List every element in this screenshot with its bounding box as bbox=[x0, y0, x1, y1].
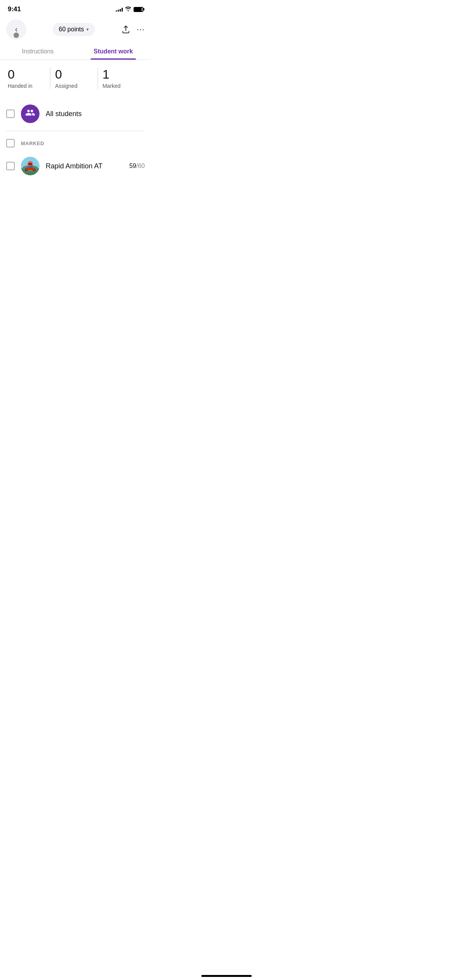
chevron-down-icon: ▾ bbox=[86, 27, 89, 32]
status-time: 9:41 bbox=[8, 5, 21, 13]
more-button[interactable]: ··· bbox=[137, 24, 145, 34]
more-icon: ··· bbox=[137, 24, 145, 34]
tab-bar: Instructions Student work bbox=[0, 43, 151, 60]
stat-handed-in: 0 Handed in bbox=[6, 68, 50, 89]
avatar bbox=[21, 157, 39, 175]
upload-button[interactable] bbox=[121, 25, 130, 34]
student-score: 59/60 bbox=[129, 163, 145, 170]
student-list: All students MARKED bbox=[0, 97, 151, 182]
all-students-row[interactable]: All students bbox=[6, 97, 145, 131]
all-students-checkbox[interactable] bbox=[6, 110, 15, 118]
group-icon bbox=[25, 108, 35, 120]
notification-dot bbox=[14, 33, 19, 38]
svg-rect-13 bbox=[26, 168, 34, 170]
battery-icon bbox=[134, 7, 143, 12]
stat-marked: 1 Marked bbox=[98, 68, 145, 89]
all-students-avatar bbox=[21, 105, 39, 123]
signal-icon bbox=[116, 7, 123, 12]
marked-section-header: MARKED bbox=[6, 131, 145, 151]
tab-instructions[interactable]: Instructions bbox=[0, 43, 76, 60]
wifi-icon bbox=[125, 6, 131, 12]
tab-student-work[interactable]: Student work bbox=[76, 43, 151, 60]
back-button[interactable]: ‹ bbox=[6, 19, 26, 39]
header: ‹ 60 points ▾ ··· bbox=[0, 16, 151, 43]
stats-row: 0 Handed in 0 Assigned 1 Marked bbox=[0, 60, 151, 97]
status-icons bbox=[116, 6, 143, 12]
status-bar: 9:41 bbox=[0, 0, 151, 16]
marked-section-checkbox[interactable] bbox=[6, 139, 15, 147]
student-checkbox[interactable] bbox=[6, 162, 15, 170]
student-row[interactable]: Rapid Ambition AT 59/60 bbox=[6, 151, 145, 182]
svg-rect-7 bbox=[28, 163, 32, 165]
points-dropdown[interactable]: 60 points ▾ bbox=[53, 23, 95, 36]
stat-assigned: 0 Assigned bbox=[50, 68, 98, 89]
